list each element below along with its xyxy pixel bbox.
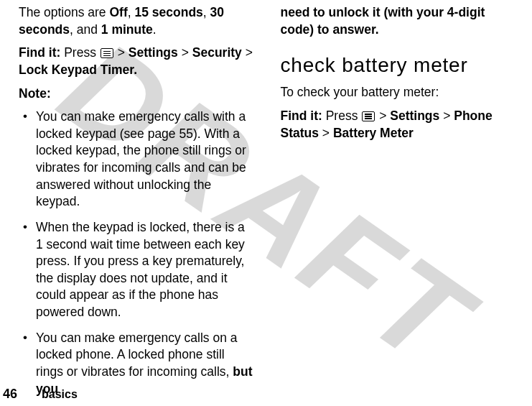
bullet3-pre: You can make emergency calls on a locked… — [36, 331, 238, 379]
right-column: need to unlock it (with your 4-digit cod… — [268, 4, 517, 388]
left-column: The options are Off, 15 seconds, 30 seco… — [19, 4, 268, 388]
gt-r1: > — [375, 109, 390, 123]
find-it-keypad: Find it: Press > Settings > Security > L… — [19, 45, 255, 78]
page-number: 46 — [3, 387, 17, 402]
list-item: You can make emergency calls with a lock… — [36, 109, 255, 211]
menu-key-icon — [362, 111, 375, 121]
path-battery-meter: Battery Meter — [333, 126, 414, 140]
period-1: . — [153, 22, 157, 37]
continuation-bold: need to unlock it (with your 4-digit cod… — [281, 4, 517, 38]
find-it-label: Find it: — [281, 109, 326, 123]
page-footer: 46 basics — [0, 387, 78, 402]
gt-3: > — [242, 45, 253, 60]
path-lock-keypad: Lock Keypad Timer. — [19, 63, 137, 77]
path-security: Security — [192, 45, 242, 60]
path-settings: Settings — [390, 109, 439, 123]
find-it-battery: Find it: Press > Settings > Phone Status… — [281, 108, 517, 142]
notes-list: You can make emergency calls with a lock… — [19, 109, 255, 397]
menu-key-icon — [101, 48, 113, 58]
options-intro-text: The options are — [19, 5, 109, 19]
find-it-label: Find it: — [19, 45, 64, 60]
list-item: When the keypad is locked, there is a 1 … — [36, 219, 255, 321]
and-text: , and — [70, 22, 101, 37]
sep-2: , — [203, 5, 210, 19]
page-content: The options are Off, 15 seconds, 30 seco… — [0, 0, 532, 388]
options-paragraph: The options are Off, 15 seconds, 30 seco… — [19, 4, 255, 38]
note-label-text: Note: — [19, 86, 51, 101]
gt-1: > — [114, 45, 129, 60]
gt-2: > — [178, 45, 192, 60]
battery-intro: To check your battery meter: — [281, 84, 517, 101]
find-press-text: Press — [326, 109, 362, 123]
note-label: Note: — [19, 86, 255, 103]
option-off: Off — [109, 5, 127, 19]
option-1m: 1 minute — [101, 22, 153, 37]
gt-r2: > — [439, 109, 454, 123]
footer-section-label: basics — [42, 388, 78, 401]
section-heading: check battery meter — [281, 54, 517, 77]
find-press-text: Press — [64, 45, 100, 60]
gt-r3: > — [319, 126, 333, 140]
path-settings: Settings — [129, 45, 178, 60]
option-15s: 15 seconds — [134, 5, 202, 19]
